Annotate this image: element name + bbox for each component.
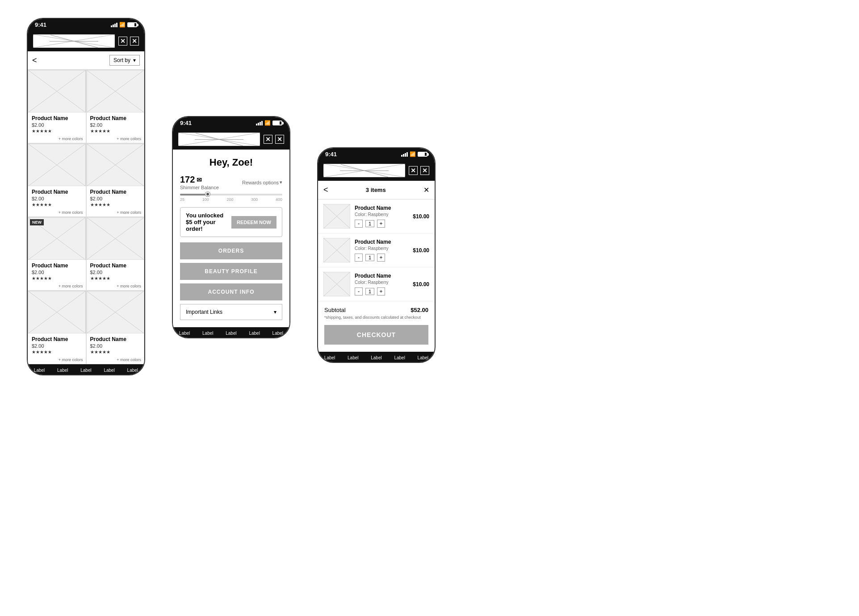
slider-label-25: 25 [180, 197, 184, 202]
slider-label-300: 300 [251, 197, 258, 202]
product-image-4 [87, 144, 144, 186]
bottom-nav-3: Label Label Label Label Label [318, 352, 435, 362]
bottom-nav-item-2[interactable]: Label [57, 368, 68, 373]
search-box-2[interactable] [178, 133, 260, 146]
balance-amount: 172 ✉ [180, 175, 219, 185]
bottom-nav-2-item-2[interactable]: Label [202, 331, 213, 336]
icon-menu-2[interactable]: ✕ [275, 135, 284, 144]
nav-bar-1: < Sort by ▾ [28, 51, 144, 70]
battery-icon-3 [418, 152, 427, 157]
product-card-2[interactable]: Product Name $2.00 ★★★★★ + more colors [86, 70, 145, 143]
sort-dropdown-1[interactable]: Sort by ▾ [109, 55, 140, 66]
slider-thumb[interactable] [205, 192, 210, 196]
checkout-button[interactable]: CHECKOUT [324, 325, 428, 345]
bottom-nav-2-item-4[interactable]: Label [249, 331, 260, 336]
cart-item-price-3: $10.00 [413, 281, 429, 287]
cart-close-button[interactable]: ✕ [423, 186, 429, 194]
icon-menu-3[interactable]: ✕ [420, 166, 429, 175]
qty-plus-3[interactable]: + [377, 287, 385, 296]
bottom-nav-2-item-5[interactable]: Label [272, 331, 283, 336]
product-card-4[interactable]: Product Name $2.00 ★★★★★ + more colors [86, 143, 145, 217]
balance-label: Shimmer Balance [180, 185, 219, 190]
phone-cart: 9:41 📶 ✕ ✕ < 3 items ✕ [317, 147, 436, 363]
bottom-nav-item-5[interactable]: Label [127, 368, 138, 373]
slider-track[interactable] [180, 194, 282, 196]
product-card-8[interactable]: Product Name $2.00 ★★★★★ + more colors [86, 291, 145, 364]
orders-button[interactable]: ORDERS [180, 242, 282, 259]
battery-icon-2 [272, 121, 282, 125]
back-arrow-1[interactable]: < [32, 56, 37, 65]
qty-plus-1[interactable]: + [377, 220, 385, 228]
product-image-2 [87, 70, 144, 112]
cart-item-details-2: Product Name Color: Raspberry - 1 + [355, 239, 408, 262]
product-image-8 [87, 291, 144, 333]
time-1: 9:41 [35, 21, 46, 28]
product-info-5: Product Name $2.00 ★★★★★ [28, 260, 86, 283]
search-box-3[interactable] [323, 164, 405, 177]
product-card-3[interactable]: Product Name $2.00 ★★★★★ + more colors [28, 143, 86, 217]
cart-item-name-3: Product Name [355, 273, 408, 279]
cart-item-color-2: Color: Raspberry [355, 246, 408, 251]
email-icon-balance: ✉ [197, 176, 202, 183]
icon-bag-2[interactable]: ✕ [264, 135, 272, 144]
icon-bag-3[interactable]: ✕ [409, 166, 418, 175]
bottom-nav-2-item-3[interactable]: Label [226, 331, 236, 336]
product-info-6: Product Name $2.00 ★★★★★ [87, 260, 144, 283]
product-price-1: $2.00 [32, 122, 82, 128]
new-badge-5: NEW [30, 219, 44, 225]
product-image-1 [28, 70, 86, 112]
cart-item-color-1: Color: Raspberry [355, 212, 408, 217]
status-icons-1: 📶 [111, 22, 137, 28]
icon-menu-1[interactable]: ✕ [130, 37, 139, 46]
cart-item-details-3: Product Name Color: Raspberry - 1 + [355, 273, 408, 296]
icon-bag-1[interactable]: ✕ [118, 37, 127, 46]
more-colors-8: + more colors [87, 358, 144, 364]
cart-back-arrow[interactable]: < [323, 185, 328, 195]
subtotal-label: Subtotal [324, 307, 346, 313]
rewards-options-btn[interactable]: Rewards options ▾ [242, 179, 282, 185]
bottom-nav-item-4[interactable]: Label [104, 368, 114, 373]
slider-labels: 25 100 200 300 400 [180, 197, 282, 202]
beauty-profile-button[interactable]: BEAUTY PROFILE [180, 263, 282, 280]
qty-plus-2[interactable]: + [377, 254, 385, 262]
product-card-6[interactable]: Product Name $2.00 ★★★★★ + more colors [86, 217, 145, 291]
product-price-5: $2.00 [32, 270, 82, 275]
product-image-3 [28, 144, 86, 186]
qty-minus-1[interactable]: - [355, 220, 363, 228]
account-info-button[interactable]: ACCOUNT INFO [180, 283, 282, 300]
qty-minus-2[interactable]: - [355, 254, 363, 262]
product-stars-4: ★★★★★ [90, 202, 141, 207]
product-card-1[interactable]: Product Name $2.00 ★★★★★ + more colors [28, 70, 86, 143]
product-price-8: $2.00 [90, 343, 141, 349]
bottom-nav-3-item-1[interactable]: Label [324, 355, 335, 360]
wifi-icon-1: 📶 [119, 22, 126, 28]
cart-item-price-2: $10.00 [413, 247, 429, 254]
bottom-nav-3-item-5[interactable]: Label [418, 355, 428, 360]
bottom-nav-3-item-2[interactable]: Label [348, 355, 358, 360]
bottom-nav-item-1[interactable]: Label [34, 368, 45, 373]
bottom-nav-3-item-3[interactable]: Label [371, 355, 381, 360]
important-links-row[interactable]: Important Links ▾ [180, 304, 282, 320]
cart-item-image-3 [323, 272, 350, 296]
balance-row: 172 ✉ Shimmer Balance Rewards options ▾ [180, 175, 282, 190]
wifi-icon-2: 📶 [264, 120, 271, 126]
redeem-button[interactable]: REDEEM NOW [231, 216, 277, 229]
product-card-5[interactable]: NEW Product Name $2.00 ★★★★★ + more colo… [28, 217, 86, 291]
cart-item-qty-1: - 1 + [355, 220, 408, 228]
qty-minus-3[interactable]: - [355, 287, 363, 296]
search-box-1[interactable] [33, 34, 115, 48]
bottom-nav-3-item-4[interactable]: Label [394, 355, 405, 360]
product-name-5: Product Name [32, 262, 82, 269]
greeting-text: Hey, Zoe! [180, 157, 282, 168]
product-price-6: $2.00 [90, 270, 141, 275]
product-info-3: Product Name $2.00 ★★★★★ [28, 186, 86, 209]
chevron-down-icon-rewards: ▾ [280, 179, 282, 185]
product-image-5: NEW [28, 217, 86, 260]
bottom-nav-2-item-1[interactable]: Label [179, 331, 190, 336]
more-colors-4: + more colors [87, 210, 144, 216]
product-card-7[interactable]: Product Name $2.00 ★★★★★ + more colors [28, 291, 86, 364]
status-bar-3: 9:41 📶 [318, 148, 435, 160]
bottom-nav-item-3[interactable]: Label [80, 368, 91, 373]
cart-item-price-1: $10.00 [413, 213, 429, 220]
more-colors-1: + more colors [28, 137, 86, 143]
